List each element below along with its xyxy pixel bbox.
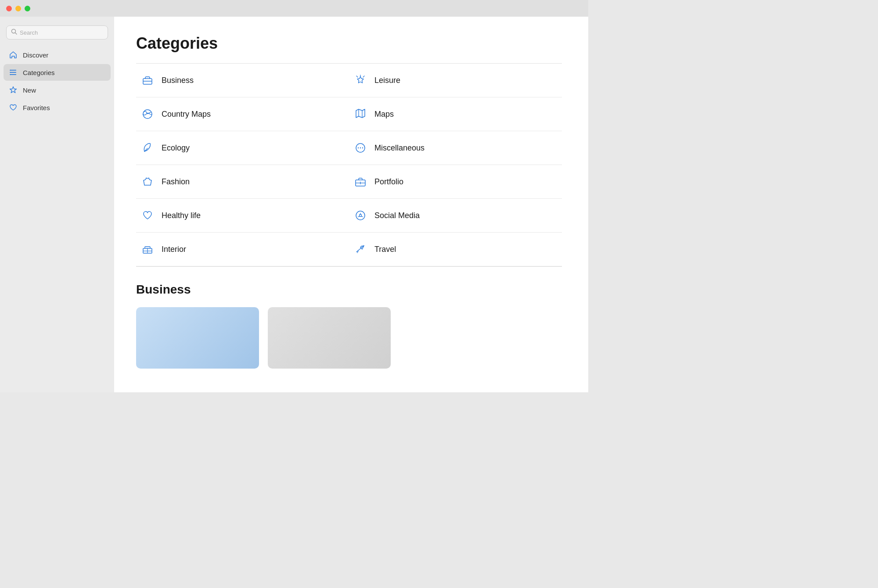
portfolio-icon: [353, 175, 367, 189]
sidebar: Discover Categories: [0, 17, 114, 392]
healthy-icon: [140, 208, 155, 222]
star-icon: [9, 86, 18, 94]
leisure-icon: [353, 73, 367, 87]
heart-icon: [9, 103, 18, 112]
category-item-miscellaneous[interactable]: Miscellaneous: [349, 131, 562, 165]
globe-icon: [140, 107, 155, 121]
business-section-title: Business: [136, 283, 562, 297]
category-label-healthy-life: Healthy life: [162, 211, 201, 220]
search-wrapper[interactable]: [6, 25, 108, 39]
sidebar-item-new-label: New: [23, 86, 36, 94]
category-label-miscellaneous: Miscellaneous: [374, 143, 425, 153]
business-card-2[interactable]: [268, 307, 391, 369]
svg-point-10: [143, 110, 152, 118]
interior-icon: [140, 242, 155, 256]
category-item-social-media[interactable]: Social Media: [349, 199, 562, 233]
home-icon: [9, 50, 18, 59]
sidebar-item-new[interactable]: New: [4, 82, 111, 98]
category-label-portfolio: Portfolio: [374, 177, 403, 186]
sidebar-item-discover[interactable]: Discover: [4, 47, 111, 63]
main-content: Categories Business: [114, 17, 588, 392]
svg-rect-3: [10, 72, 16, 73]
bottom-divider: [136, 266, 562, 267]
category-item-portfolio[interactable]: Portfolio: [349, 165, 562, 199]
maximize-button[interactable]: [25, 6, 30, 11]
fashion-icon: [140, 175, 155, 189]
category-item-travel[interactable]: Travel: [349, 233, 562, 266]
leaf-icon: [140, 141, 155, 155]
category-item-interior[interactable]: Interior: [136, 233, 349, 266]
category-label-leisure: Leisure: [374, 76, 400, 85]
business-card-1[interactable]: [136, 307, 259, 369]
misc-icon: [353, 141, 367, 155]
category-item-ecology[interactable]: Ecology: [136, 131, 349, 165]
sidebar-item-favorites-label: Favorites: [23, 104, 50, 111]
sidebar-nav: Discover Categories: [0, 47, 114, 116]
category-label-ecology: Ecology: [162, 143, 190, 153]
sidebar-item-discover-label: Discover: [23, 51, 48, 59]
svg-line-1: [15, 33, 17, 35]
business-cards-row: [136, 307, 562, 369]
map-icon: [353, 107, 367, 121]
category-label-fashion: Fashion: [162, 177, 190, 186]
sidebar-item-categories[interactable]: Categories: [4, 64, 111, 81]
svg-point-7: [10, 74, 11, 75]
category-label-maps: Maps: [374, 110, 394, 119]
svg-point-21: [360, 215, 362, 217]
svg-point-20: [356, 211, 365, 220]
svg-point-14: [358, 147, 359, 148]
category-label-interior: Interior: [162, 245, 186, 254]
category-item-fashion[interactable]: Fashion: [136, 165, 349, 199]
svg-point-15: [360, 147, 361, 148]
briefcase-icon: [140, 73, 155, 87]
category-item-leisure[interactable]: Leisure: [349, 64, 562, 97]
category-label-travel: Travel: [374, 245, 396, 254]
traffic-lights: [6, 6, 30, 11]
minimize-button[interactable]: [15, 6, 21, 11]
search-icon: [11, 29, 17, 36]
close-button[interactable]: [6, 6, 12, 11]
svg-rect-4: [10, 74, 16, 75]
category-label-country-maps: Country Maps: [162, 110, 211, 119]
category-item-business[interactable]: Business: [136, 64, 349, 97]
svg-point-16: [362, 147, 363, 148]
categories-icon: [9, 68, 18, 77]
category-item-healthy-life[interactable]: Healthy life: [136, 199, 349, 233]
category-label-business: Business: [162, 76, 194, 85]
app-container: Discover Categories: [0, 17, 588, 392]
travel-icon: [353, 242, 367, 256]
svg-point-5: [10, 70, 11, 71]
category-label-social-media: Social Media: [374, 211, 420, 220]
search-container: [0, 22, 114, 47]
categories-grid: Business Leisure: [136, 64, 562, 266]
page-title: Categories: [136, 34, 562, 53]
sidebar-item-favorites[interactable]: Favorites: [4, 99, 111, 116]
social-icon: [353, 208, 367, 222]
svg-rect-2: [10, 70, 16, 71]
titlebar: [0, 0, 588, 17]
category-item-maps[interactable]: Maps: [349, 97, 562, 131]
sidebar-item-categories-label: Categories: [23, 69, 55, 76]
category-item-country-maps[interactable]: Country Maps: [136, 97, 349, 131]
search-input[interactable]: [20, 29, 103, 36]
svg-point-6: [10, 72, 11, 73]
